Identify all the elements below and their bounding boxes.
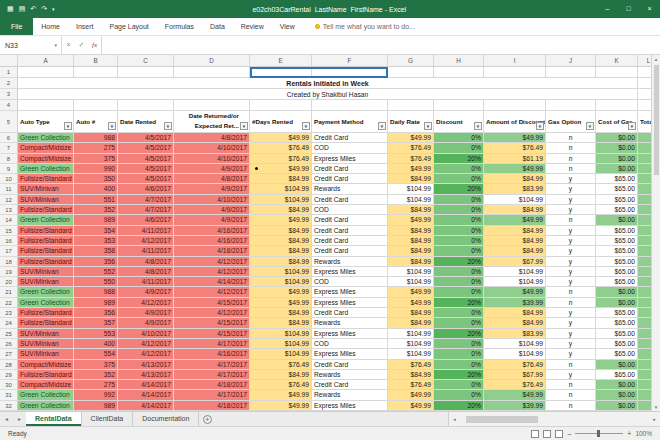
cell-B12[interactable]: 551 bbox=[74, 195, 118, 205]
header-cell-A5[interactable]: Auto Type▾ bbox=[18, 111, 74, 133]
column-header-A[interactable]: A bbox=[18, 55, 74, 66]
cell-H1[interactable] bbox=[434, 67, 484, 78]
column-header-C[interactable]: C bbox=[118, 55, 174, 66]
cell-F18[interactable]: Rewards bbox=[312, 257, 388, 267]
cell-F21[interactable]: Express Miles bbox=[312, 287, 388, 297]
cell-D13[interactable]: 4/9/2017 bbox=[174, 205, 250, 215]
cell-A16[interactable]: Fullsize/Standard bbox=[18, 236, 74, 246]
enter-icon[interactable]: ✓ bbox=[75, 36, 88, 54]
cell-F8[interactable]: Express Miles bbox=[312, 154, 388, 164]
cell-E26[interactable]: $104.99 bbox=[250, 339, 312, 349]
cell-F14[interactable]: Credit Card bbox=[312, 215, 388, 225]
cell-E32[interactable]: $49.99 bbox=[250, 401, 312, 411]
cell-A29[interactable]: Fullsize/Standard bbox=[18, 370, 74, 380]
cell-G6[interactable]: $49.99 bbox=[388, 133, 434, 143]
cell-K11[interactable]: $65.00 bbox=[596, 184, 638, 194]
cell-G25[interactable]: $104.99 bbox=[388, 329, 434, 339]
name-box-dropdown-icon[interactable]: ▾ bbox=[50, 42, 61, 48]
cell-K27[interactable]: $65.00 bbox=[596, 349, 638, 359]
cell-A7[interactable]: Compact/Midsize bbox=[18, 143, 74, 153]
cell-E31[interactable]: $49.99 bbox=[250, 390, 312, 400]
cell-B4[interactable] bbox=[74, 100, 118, 111]
cell-J4[interactable] bbox=[546, 100, 596, 111]
cell-I23[interactable]: $84.99 bbox=[484, 308, 546, 318]
cell-G1[interactable] bbox=[388, 67, 434, 78]
cell-K31[interactable]: $0.00 bbox=[596, 390, 638, 400]
filter-button-B[interactable]: ▾ bbox=[108, 122, 116, 130]
cell-C22[interactable]: 4/12/2017 bbox=[118, 298, 174, 308]
cell-C12[interactable]: 4/7/2017 bbox=[118, 195, 174, 205]
cell-F30[interactable]: Credit Card bbox=[312, 380, 388, 390]
cell-B25[interactable]: 553 bbox=[74, 329, 118, 339]
cell-B26[interactable]: 400 bbox=[74, 339, 118, 349]
cell-K14[interactable]: $0.00 bbox=[596, 215, 638, 225]
cell-A23[interactable]: Fullsize/Standard bbox=[18, 308, 74, 318]
row-header-23[interactable]: 23 bbox=[0, 308, 18, 318]
cell-G28[interactable]: $76.49 bbox=[388, 360, 434, 370]
cell-E22[interactable]: $49.99 bbox=[250, 298, 312, 308]
cell-I29[interactable]: $67.99 bbox=[484, 370, 546, 380]
scroll-up-icon[interactable]: ▴ bbox=[655, 55, 658, 63]
cell-D15[interactable]: 4/16/2017 bbox=[174, 226, 250, 236]
cell-J16[interactable]: y bbox=[546, 236, 596, 246]
cell-H8[interactable]: 20% bbox=[434, 154, 484, 164]
cell-F11[interactable]: Rewards bbox=[312, 184, 388, 194]
cell-H6[interactable]: 0% bbox=[434, 133, 484, 143]
cell-K6[interactable]: $0.00 bbox=[596, 133, 638, 143]
column-header-I[interactable]: I bbox=[484, 55, 546, 66]
cell-E15[interactable]: $84.99 bbox=[250, 226, 312, 236]
row-header-6[interactable]: 6 bbox=[0, 133, 18, 143]
cell-J8[interactable]: n bbox=[546, 154, 596, 164]
cell-B13[interactable]: 352 bbox=[74, 205, 118, 215]
row-header-32[interactable]: 32 bbox=[0, 401, 18, 411]
cell-C11[interactable]: 4/6/2017 bbox=[118, 184, 174, 194]
cell-H24[interactable]: 0% bbox=[434, 318, 484, 328]
cell-A20[interactable]: SUV/Minivan bbox=[18, 277, 74, 287]
cell-A27[interactable]: SUV/Minivan bbox=[18, 349, 74, 359]
cell-D1[interactable] bbox=[174, 67, 250, 78]
cell-G21[interactable]: $49.99 bbox=[388, 287, 434, 297]
cell-B17[interactable]: 358 bbox=[74, 246, 118, 256]
cell-B15[interactable]: 354 bbox=[74, 226, 118, 236]
cell-F24[interactable]: Rewards bbox=[312, 318, 388, 328]
cell-I14[interactable]: $49.99 bbox=[484, 215, 546, 225]
cell-C32[interactable]: 4/14/2017 bbox=[118, 401, 174, 411]
cell-J9[interactable]: n bbox=[546, 164, 596, 174]
cell-D11[interactable]: 4/9/2017 bbox=[174, 184, 250, 194]
cell-J31[interactable]: n bbox=[546, 390, 596, 400]
cell-K10[interactable]: $65.00 bbox=[596, 174, 638, 184]
row-header-13[interactable]: 13 bbox=[0, 205, 18, 215]
filter-button-C[interactable]: ▾ bbox=[164, 122, 172, 130]
cell-G24[interactable]: $84.99 bbox=[388, 318, 434, 328]
cell-E14[interactable]: $49.99 bbox=[250, 215, 312, 225]
row-header-28[interactable]: 28 bbox=[0, 360, 18, 370]
cell-B29[interactable]: 352 bbox=[74, 370, 118, 380]
ribbon-tab-formulas[interactable]: Formulas bbox=[157, 18, 202, 35]
cell-C13[interactable]: 4/7/2017 bbox=[118, 205, 174, 215]
cell-J32[interactable]: n bbox=[546, 401, 596, 411]
cell-I32[interactable]: $39.99 bbox=[484, 401, 546, 411]
cell-A21[interactable]: Green Collection bbox=[18, 287, 74, 297]
cell-F32[interactable]: Express Miles bbox=[312, 401, 388, 411]
ribbon-tab-review[interactable]: Review bbox=[233, 18, 272, 35]
header-cell-J5[interactable]: Gas Option▾ bbox=[546, 111, 596, 133]
row-header-11[interactable]: 11 bbox=[0, 184, 18, 194]
cell-C23[interactable]: 4/9/2017 bbox=[118, 308, 174, 318]
cell-J20[interactable]: y bbox=[546, 277, 596, 287]
cell-B9[interactable]: 990 bbox=[74, 164, 118, 174]
column-header-K[interactable]: K bbox=[596, 55, 638, 66]
cell-B16[interactable]: 353 bbox=[74, 236, 118, 246]
scroll-left-icon[interactable]: ◂ bbox=[449, 416, 460, 422]
cell-B28[interactable]: 375 bbox=[74, 360, 118, 370]
cell-B6[interactable]: 988 bbox=[74, 133, 118, 143]
vertical-scrollbar[interactable]: ▴ ▾ bbox=[651, 55, 660, 411]
select-all-button[interactable] bbox=[0, 55, 18, 66]
cell-K9[interactable]: $0.00 bbox=[596, 164, 638, 174]
cell-C24[interactable]: 4/9/2017 bbox=[118, 318, 174, 328]
row-header-20[interactable]: 20 bbox=[0, 277, 18, 287]
cell-A1[interactable] bbox=[18, 67, 74, 78]
row-header-8[interactable]: 8 bbox=[0, 154, 18, 164]
column-header-H[interactable]: H bbox=[434, 55, 484, 66]
row-header-12[interactable]: 12 bbox=[0, 195, 18, 205]
cell-F4[interactable] bbox=[312, 100, 388, 111]
